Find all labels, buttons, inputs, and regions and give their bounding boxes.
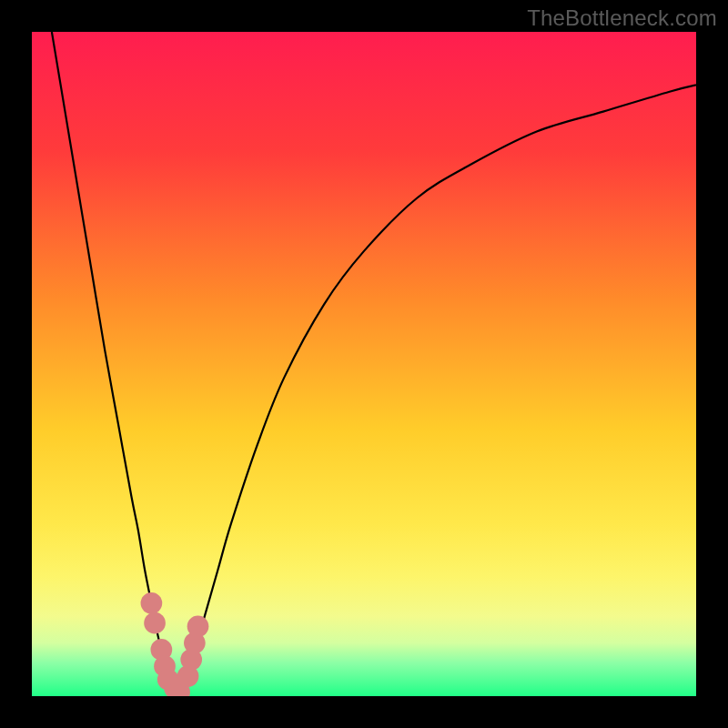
- curve-marker: [144, 612, 166, 634]
- bottleneck-chart: [32, 32, 696, 696]
- chart-frame: TheBottleneck.com: [0, 0, 728, 728]
- watermark-text: TheBottleneck.com: [527, 5, 717, 31]
- curve-marker: [141, 592, 163, 614]
- chart-background: [32, 32, 696, 696]
- curve-marker: [187, 616, 209, 638]
- plot-area: [32, 32, 696, 696]
